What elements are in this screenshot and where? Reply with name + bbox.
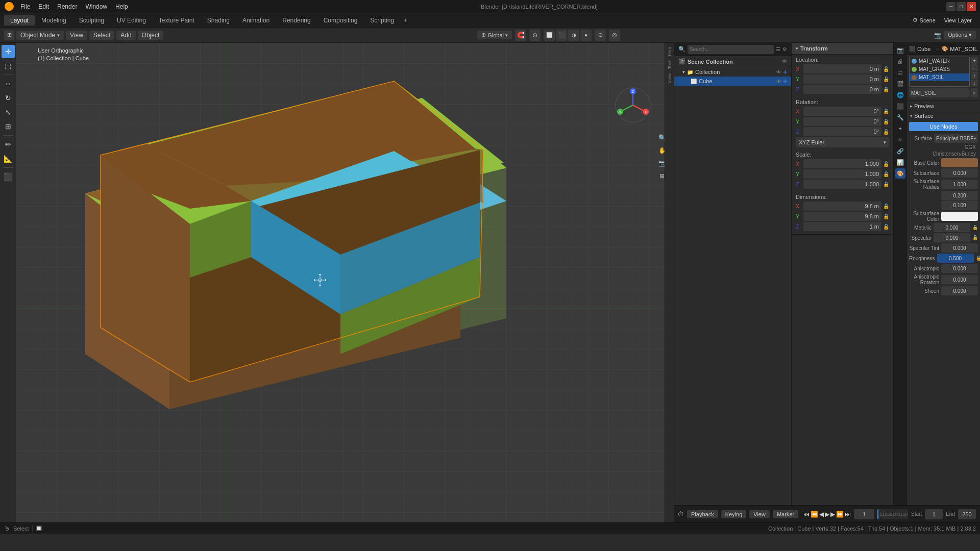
anisotropic-rotation-input[interactable]: 0.000 <box>941 275 978 284</box>
dim-z-input[interactable]: 1 m <box>803 222 881 231</box>
tab-uv-editing[interactable]: UV Editing <box>111 15 152 26</box>
editor-type-timeline-icon[interactable]: ⏱ <box>678 511 684 518</box>
dim-y-lock[interactable]: 🔓 <box>883 214 889 219</box>
tab-compositing[interactable]: Compositing <box>317 15 364 26</box>
prop-modifier-icon[interactable]: 🔧 <box>895 112 905 122</box>
shading-rendered-btn[interactable]: ● <box>580 30 592 41</box>
mat-soil-item[interactable]: MAT_SOIL <box>910 73 969 81</box>
euler-dropdown[interactable]: XYZ Euler▾ <box>796 137 889 147</box>
navigation-gizmo[interactable]: Z X Y <box>614 86 652 124</box>
use-nodes-button[interactable]: Use Nodes <box>909 122 978 131</box>
prop-render-icon[interactable]: 📷 <box>895 45 905 55</box>
specular-tint-input[interactable]: 0.000 <box>941 243 978 253</box>
global-transform-dropdown[interactable]: ⊕ Global ▾ <box>477 31 512 39</box>
roughness-input[interactable]: 0.500 <box>937 254 974 263</box>
scale-y-input[interactable]: 1.000 <box>803 169 881 179</box>
xray-btn[interactable]: ◎ <box>609 30 620 41</box>
tab-animation[interactable]: Animation <box>236 15 276 26</box>
scene-selector[interactable]: ⚙ Scene <box>909 17 940 23</box>
cube-item[interactable]: ⬜ Cube 👁 ✛ <box>674 77 791 86</box>
play-btn[interactable]: ▶ <box>825 511 829 518</box>
cube-cursor-icon[interactable]: ✛ <box>783 79 787 84</box>
location-y-input[interactable]: 0 m <box>803 74 881 84</box>
subsurface-color-swatch[interactable] <box>941 212 978 221</box>
menu-window[interactable]: Window <box>81 2 111 11</box>
shading-wireframe-btn[interactable]: ⬜ <box>544 30 555 41</box>
base-color-swatch[interactable] <box>941 158 978 167</box>
prop-material-icon[interactable]: 🎨 <box>895 168 905 179</box>
maximize-button[interactable]: □ <box>957 2 966 11</box>
jump-end-btn[interactable]: ⏭ <box>845 511 851 518</box>
location-x-input[interactable]: 0 m <box>803 64 881 73</box>
active-material-name[interactable]: MAT_SOIL <box>909 88 970 97</box>
surface-type-dropdown[interactable]: Principled BSDF▾ <box>934 134 978 143</box>
playback-menu[interactable]: Playback <box>687 510 718 518</box>
location-x-lock[interactable]: 🔓 <box>883 66 889 72</box>
marker-menu[interactable]: Marker <box>773 510 798 518</box>
menu-edit[interactable]: Edit <box>34 2 53 11</box>
prop-view-layer-icon[interactable]: 🗂 <box>895 67 905 78</box>
location-z-lock[interactable]: 🔓 <box>883 87 889 92</box>
add-workspace-button[interactable]: + <box>401 16 410 25</box>
collection-eye-icon[interactable]: 👁 <box>776 69 781 75</box>
object-mode-dropdown[interactable]: Object Mode ▾ <box>16 31 64 40</box>
viewport-tab-item[interactable]: Item <box>667 45 673 58</box>
tab-shading[interactable]: Shading <box>201 15 236 26</box>
menu-file[interactable]: File <box>16 2 34 11</box>
scale-x-input[interactable]: 1.000 <box>803 159 881 168</box>
scale-tool[interactable]: ⤡ <box>2 106 15 119</box>
overlay-btn[interactable]: ⊙ <box>595 30 606 41</box>
select-menu[interactable]: Select <box>89 31 114 40</box>
prop-data-icon[interactable]: 📊 <box>895 157 905 167</box>
dim-z-lock[interactable]: 🔓 <box>883 224 889 230</box>
rotation-x-input[interactable]: 0° <box>803 107 881 116</box>
tab-rendering[interactable]: Rendering <box>276 15 316 26</box>
scale-z-input[interactable]: 1.000 <box>803 180 881 189</box>
dim-x-lock[interactable]: 🔓 <box>883 204 889 209</box>
subsurface-r-input[interactable]: 0.200 <box>941 191 978 200</box>
start-frame-input[interactable]: 1 <box>925 509 943 519</box>
keying-menu[interactable]: Keying <box>721 510 747 518</box>
subsurface-radius-input[interactable]: 1.000 <box>941 180 978 189</box>
mat-water-item[interactable]: MAT_WATER <box>910 57 969 65</box>
rotation-x-lock[interactable]: 🔓 <box>883 109 889 114</box>
annotate-tool[interactable]: ✏ <box>2 138 15 151</box>
prop-object-icon[interactable]: ⬛ <box>895 101 905 111</box>
add-cube-tool[interactable]: ⬛ <box>2 170 15 183</box>
minimize-button[interactable]: ─ <box>946 2 955 11</box>
timeline-view-menu[interactable]: View <box>749 510 770 518</box>
snap-menu[interactable]: 🧲 <box>515 30 526 41</box>
cube-eye-icon[interactable]: 👁 <box>776 79 781 84</box>
tab-sculpting[interactable]: Sculpting <box>73 15 110 26</box>
metallic-lock[interactable]: 🔓 <box>972 225 978 230</box>
view-menu[interactable]: View <box>66 31 87 40</box>
collection-item[interactable]: ▾ 📁 Collection 👁 ✛ <box>674 67 791 77</box>
measure-tool[interactable]: 📐 <box>2 152 15 165</box>
scale-y-lock[interactable]: 🔓 <box>883 171 889 177</box>
editor-type-icon[interactable]: ⊞ <box>4 30 14 40</box>
menu-help[interactable]: Help <box>111 2 132 11</box>
rotation-y-lock[interactable]: 🔓 <box>883 119 889 124</box>
current-frame-input[interactable]: 1 <box>854 509 874 519</box>
preview-section-header[interactable]: ▸ Preview <box>907 102 980 111</box>
blender-logo-icon[interactable]: 🟠 <box>2 0 16 13</box>
view-layer-selector[interactable]: View Layer <box>940 17 976 23</box>
roughness-lock[interactable]: 🔓 <box>976 256 980 261</box>
tab-scripting[interactable]: Scripting <box>364 15 400 26</box>
collection-cursor-icon[interactable]: ✛ <box>783 69 787 75</box>
prop-world-icon[interactable]: 🌐 <box>895 90 905 100</box>
next-keyframe-btn[interactable]: ▶ <box>830 511 835 518</box>
mat-move-up-btn[interactable]: ↑ <box>971 72 978 79</box>
subsurface-g-input[interactable]: 0.100 <box>941 201 978 210</box>
dim-x-input[interactable]: 9.8 m <box>803 202 881 211</box>
mat-remove-slot-btn[interactable]: − <box>971 64 978 71</box>
rotation-z-input[interactable]: 0° <box>803 127 881 136</box>
tab-texture-paint[interactable]: Texture Paint <box>153 15 201 26</box>
specular-lock[interactable]: 🔓 <box>972 235 978 240</box>
mat-add-slot-btn[interactable]: + <box>971 57 978 64</box>
menu-render[interactable]: Render <box>53 2 81 11</box>
transform-tool[interactable]: ⊞ <box>2 120 15 133</box>
scale-x-lock[interactable]: 🔓 <box>883 161 889 167</box>
sheen-input[interactable]: 0.000 <box>941 286 978 295</box>
cursor-tool[interactable]: ✛ <box>2 45 15 58</box>
